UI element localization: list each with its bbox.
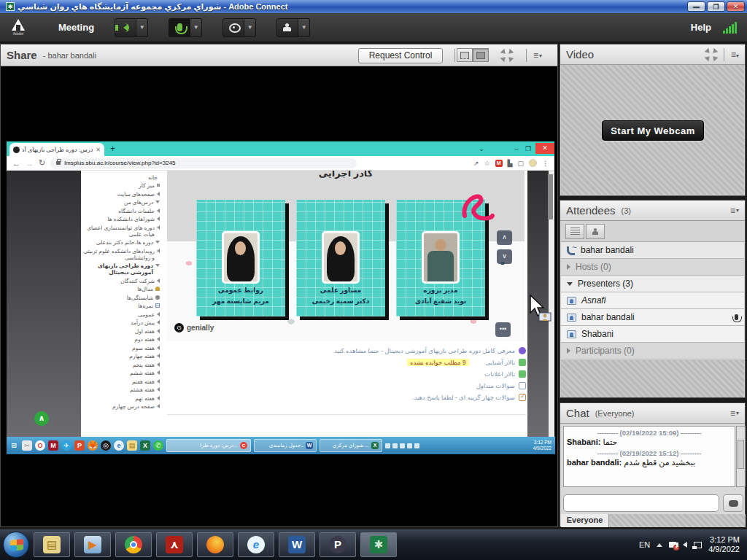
resource-link[interactable]: تالار آشنایی 9 مطلب خوانده نشده bbox=[167, 359, 526, 366]
connection-signal-icon[interactable] bbox=[723, 22, 737, 34]
sidebar-item[interactable]: خانه bbox=[82, 174, 160, 181]
taskbar-acrobat-button[interactable]: ⋏ bbox=[156, 532, 193, 557]
scroll-to-top-button[interactable]: ∧ bbox=[34, 411, 49, 426]
request-control-button[interactable]: Request Control bbox=[358, 48, 443, 63]
shared-p-app-icon[interactable]: P bbox=[74, 440, 85, 451]
tab-close-icon[interactable]: ✕ bbox=[96, 147, 101, 153]
hosts-group-row[interactable]: Hosts (0) bbox=[561, 259, 744, 276]
sidebar-item[interactable]: درس‌های من bbox=[82, 199, 160, 206]
shared-window-excel[interactable]: X ... شوراي مركزي bbox=[320, 439, 382, 452]
resource-link[interactable]: معرفی کامل دوره طراحی بازیهای آموزشی دیج… bbox=[167, 347, 526, 354]
webcam-dropdown[interactable]: ▼ bbox=[244, 18, 256, 37]
shared-opera-icon[interactable]: O bbox=[35, 440, 45, 451]
presenters-group-row[interactable]: Presenters (3) bbox=[561, 276, 744, 292]
attendee-row[interactable]: Shabani bbox=[561, 326, 744, 343]
resource-link[interactable]: تالار اعلانات bbox=[167, 370, 526, 378]
new-tab-button[interactable]: + bbox=[110, 144, 115, 153]
sidebar-item[interactable]: هفته هشتم bbox=[82, 386, 160, 393]
shared-start-icon[interactable]: ⊞ bbox=[9, 440, 19, 451]
sidebar-item[interactable]: پیش درآمد bbox=[82, 319, 160, 326]
chat-scrollbar[interactable] bbox=[736, 426, 746, 487]
profile-box-icon[interactable]: ▢ bbox=[517, 160, 524, 167]
chat-pod-menu-icon[interactable]: ≡▾ bbox=[730, 408, 739, 419]
taskbar-adobe-connect-button[interactable]: ✱ bbox=[360, 532, 397, 557]
active-speaker-row[interactable]: bahar bandali bbox=[561, 242, 744, 259]
resource-link[interactable]: سوالات چهار گزینه ای - لطفا پاسخ دهید. bbox=[167, 394, 526, 401]
shared-telegram-icon[interactable]: ✈ bbox=[61, 440, 71, 451]
language-indicator[interactable]: EN bbox=[639, 540, 650, 549]
tab-everyone[interactable]: Everyone bbox=[561, 514, 609, 527]
speaker-dropdown[interactable]: ▼ bbox=[136, 18, 148, 37]
share-page-icon[interactable]: ↗ bbox=[473, 160, 479, 167]
bookmark-star-icon[interactable]: ☆ bbox=[484, 160, 489, 167]
taskbar-media-player-button[interactable]: ▶ bbox=[74, 532, 111, 557]
sidebar-item[interactable]: هفته نهم bbox=[82, 395, 160, 402]
taskbar-firefox-button[interactable] bbox=[197, 532, 233, 557]
sidebar-item[interactable]: دوره ها-خانم دکتر بندعلی bbox=[82, 239, 160, 246]
shared-excel-icon[interactable]: X bbox=[140, 440, 150, 451]
taskbar-word-button[interactable]: W bbox=[279, 532, 315, 557]
url-box[interactable]: lmsplus.sbu.ac.ir/course/view.php?id=324… bbox=[50, 158, 357, 168]
browser-close-button[interactable]: ✕ bbox=[535, 143, 554, 154]
resource-link[interactable]: سوالات متداول bbox=[167, 382, 526, 389]
shared-m-app-icon[interactable]: M bbox=[48, 440, 58, 451]
sidebar-item[interactable]: هفته اول bbox=[82, 328, 160, 335]
sidebar-item[interactable]: هفته سوم bbox=[82, 345, 160, 351]
restore-button[interactable]: ❐ bbox=[707, 1, 725, 12]
microphone-control[interactable]: ▼ bbox=[169, 18, 202, 37]
attendee-row[interactable]: bahar bandali bbox=[561, 309, 744, 326]
status-control[interactable]: ▼ bbox=[276, 18, 310, 37]
sidebar-item[interactable]: عمومی bbox=[82, 311, 160, 318]
send-message-button[interactable] bbox=[723, 494, 743, 512]
sidebar-item[interactable]: نمره‌ها bbox=[82, 303, 160, 309]
video-pod-menu-icon[interactable]: ≡▾ bbox=[731, 50, 739, 60]
share-view-toggle-windowed[interactable] bbox=[457, 48, 473, 62]
sidebar-item[interactable]: شوراهای دانشکده ها bbox=[82, 216, 160, 222]
reload-icon[interactable]: ↻ bbox=[39, 158, 45, 168]
shared-ie-icon[interactable]: e bbox=[114, 440, 124, 451]
webcam-control[interactable]: ▼ bbox=[222, 18, 256, 37]
browser-chevron-icon[interactable]: ⌄ bbox=[476, 143, 487, 154]
browser-avatar[interactable] bbox=[529, 159, 537, 167]
fullscreen-icon[interactable] bbox=[501, 50, 513, 61]
sidebar-item[interactable]: هفته دوم bbox=[82, 336, 160, 343]
sidebar-item[interactable]: شایستگی‌ها bbox=[82, 295, 160, 301]
share-pod-menu-icon[interactable]: ≡▾ bbox=[533, 50, 542, 61]
sidebar-item[interactable]: میز کار bbox=[82, 182, 160, 189]
status-dropdown[interactable]: ▼ bbox=[298, 18, 310, 37]
taskbar-ie-button[interactable]: e bbox=[238, 532, 274, 557]
sidebar-item[interactable]: صفحه درس چهارم bbox=[82, 403, 160, 410]
browser-window-controls[interactable]: –❐ bbox=[511, 143, 534, 154]
sidebar-item[interactable]: هفته چهارم bbox=[82, 353, 160, 359]
start-webcam-button[interactable]: Start My Webcam bbox=[602, 120, 704, 141]
shared-obs-icon[interactable]: ◎ bbox=[101, 440, 111, 451]
meeting-menu[interactable]: Meeting bbox=[58, 22, 94, 33]
video-fullscreen-icon[interactable] bbox=[705, 50, 717, 60]
sidebar-item[interactable]: رویدادهای دانشکده علوم تربیتی و روانشناس… bbox=[82, 248, 160, 261]
attendee-list-view-button[interactable] bbox=[565, 224, 584, 239]
taskbar-clock[interactable]: 3:12 PM 4/9/2022 bbox=[708, 535, 744, 554]
sidebar-item-current-course[interactable]: دوره طراحی بازیهای آموزشی دیجیتال bbox=[82, 262, 160, 276]
sidebar-item[interactable]: مدال‌ها bbox=[82, 286, 160, 292]
taskbar-chrome-button[interactable] bbox=[115, 532, 152, 557]
shared-whatsapp-icon[interactable]: ✆ bbox=[153, 440, 163, 451]
slide-down-button[interactable]: ∨ bbox=[497, 249, 512, 264]
extensions-puzzle-icon[interactable]: ▙ bbox=[508, 160, 513, 167]
action-center-flag-icon[interactable] bbox=[669, 542, 676, 548]
sidebar-item[interactable]: هفته ششم bbox=[82, 370, 160, 376]
sidebar-item[interactable]: هفته پنجم bbox=[82, 362, 160, 368]
attendees-pod-menu-icon[interactable]: ≡▾ bbox=[730, 206, 739, 216]
shared-window-word[interactable]: W ..جدول زمانبندی bbox=[254, 439, 317, 452]
attendee-row[interactable]: Asnafi bbox=[561, 292, 744, 309]
sidebar-item[interactable]: هفته هفتم bbox=[82, 378, 160, 385]
sidebar-item[interactable]: صفحه‌های سایت bbox=[82, 191, 160, 198]
genially-brand[interactable]: G genially bbox=[174, 323, 214, 332]
chat-input[interactable] bbox=[563, 494, 719, 512]
sidebar-item[interactable]: دوره های توانمندسازی اعضای هیات علمی bbox=[82, 225, 160, 238]
tray-expand-icon[interactable] bbox=[657, 543, 662, 547]
attendee-card-view-button[interactable] bbox=[586, 224, 605, 239]
more-options-button[interactable]: ••• bbox=[495, 322, 511, 337]
back-icon[interactable]: ← bbox=[12, 159, 20, 168]
start-button[interactable] bbox=[3, 532, 29, 558]
sidebar-item[interactable]: جلسات دانشگاه bbox=[82, 208, 160, 214]
